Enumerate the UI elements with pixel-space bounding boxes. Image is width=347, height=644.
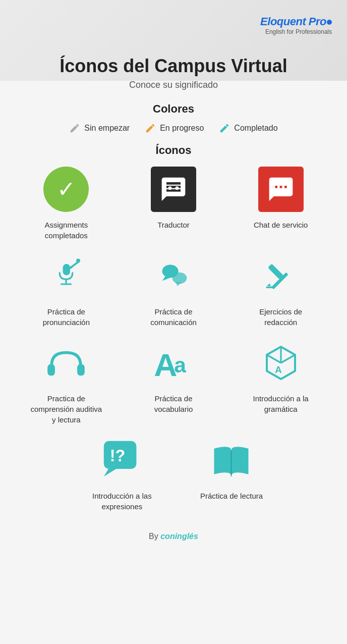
icons-grid: ✓ Assignments completados Traductor xyxy=(15,164,332,425)
svg-rect-5 xyxy=(63,264,70,275)
color-label-completed: Completado xyxy=(234,124,277,133)
assignments-icon-wrapper: ✓ xyxy=(41,164,91,214)
reading-label: Práctica de lectura xyxy=(200,491,263,501)
translator-icon-wrapper xyxy=(148,164,199,214)
dark-chat-icon xyxy=(151,167,196,212)
grammar-label: Introducción a la gramática xyxy=(243,393,319,414)
pronunciation-label: Práctica de pronunciación xyxy=(28,306,104,328)
svg-text:!?: !? xyxy=(110,447,125,465)
icon-item-expressions: !? Introducción a las expresiones xyxy=(84,435,160,512)
listening-icon-wrapper xyxy=(41,338,91,388)
chat-label: Chat de servicio xyxy=(254,220,308,230)
svg-marker-26 xyxy=(104,468,118,476)
icon-item-chat: Chat de servicio xyxy=(229,164,332,241)
colors-title: Colores xyxy=(15,102,332,116)
expressions-label: Introducción a las expresiones xyxy=(84,491,160,512)
svg-marker-11 xyxy=(176,282,182,286)
logo: Eloquent Pro English for Professionals xyxy=(260,15,332,35)
color-item-not-started: Sin empezar xyxy=(69,123,130,134)
svg-point-4 xyxy=(70,266,73,269)
color-item-in-progress: En progreso xyxy=(145,123,204,134)
color-label-in-progress: En progreso xyxy=(160,124,204,133)
reading-icon-wrapper xyxy=(206,435,257,486)
svg-point-1 xyxy=(175,186,179,190)
icon-item-reading: Práctica de lectura xyxy=(200,435,263,512)
footer-brand: coninglés xyxy=(160,532,198,541)
svg-text:A: A xyxy=(275,364,282,375)
main-title-section: Íconos del Campus Virtual Conoce su sign… xyxy=(15,56,332,90)
icons-bottom-row: !? Introducción a las expresiones Prácti… xyxy=(15,435,332,512)
svg-rect-13 xyxy=(267,263,283,280)
svg-point-3 xyxy=(76,259,80,263)
grammar-icon-wrapper: A xyxy=(256,338,306,388)
logo-subtitle: English for Professionals xyxy=(260,28,332,35)
communication-label: Práctica de comunicación xyxy=(136,306,211,328)
assignments-label: Assignments completados xyxy=(28,220,104,241)
chat-icon-wrapper xyxy=(256,164,306,214)
colors-row: Sin empezar En progreso Completado xyxy=(15,123,332,134)
icon-item-communication: Práctica de comunicación xyxy=(123,251,225,328)
writing-label: Ejercicios de redacción xyxy=(243,306,319,328)
icon-item-translator: Traductor xyxy=(123,164,225,241)
logo-title: Eloquent Pro xyxy=(260,15,332,28)
footer-by: By xyxy=(149,532,158,541)
svg-line-22 xyxy=(281,355,295,363)
svg-rect-17 xyxy=(77,364,85,375)
page-main-title: Íconos del Campus Virtual xyxy=(15,56,332,77)
icons-section-title: Íconos xyxy=(15,144,332,157)
svg-rect-16 xyxy=(48,364,55,375)
page-subtitle: Conoce su significado xyxy=(15,80,332,90)
pencil-orange-icon xyxy=(145,123,156,134)
footer: By coninglés xyxy=(15,527,332,541)
writing-icon-wrapper xyxy=(256,251,306,301)
vocabulary-label: Práctica de vocabulario xyxy=(136,393,211,414)
pronunciation-icon-wrapper xyxy=(41,251,91,301)
listening-label: Practica de comprensión auditiva y lectu… xyxy=(28,393,104,425)
pencil-gray-icon xyxy=(69,123,80,134)
svg-marker-14 xyxy=(267,283,271,286)
icon-item-listening: Practica de comprensión auditiva y lectu… xyxy=(15,338,118,425)
colors-section: Colores Sin empezar En progreso xyxy=(15,102,332,134)
pencil-teal-icon xyxy=(219,123,230,134)
icon-item-pronunciation: Práctica de pronunciación xyxy=(15,251,118,328)
color-item-completed: Completado xyxy=(219,123,277,134)
icon-item-assignments: ✓ Assignments completados xyxy=(15,164,118,241)
svg-text:a: a xyxy=(175,353,187,377)
logo-dot xyxy=(327,20,332,25)
translator-label: Traductor xyxy=(157,220,190,230)
header: Eloquent Pro English for Professionals xyxy=(15,0,332,40)
svg-line-23 xyxy=(267,355,281,363)
expressions-icon-wrapper: !? xyxy=(97,435,147,486)
red-chat-icon xyxy=(258,167,304,212)
green-check-icon: ✓ xyxy=(43,167,89,212)
vocabulary-icon-wrapper: A a xyxy=(148,338,199,388)
svg-point-10 xyxy=(172,273,187,284)
communication-icon-wrapper xyxy=(148,251,199,301)
svg-point-0 xyxy=(168,186,171,190)
icon-item-grammar: A Introducción a la gramática xyxy=(229,338,332,425)
icon-item-vocabulary: A a Práctica de vocabulario xyxy=(123,338,225,425)
color-label-not-started: Sin empezar xyxy=(84,124,130,133)
icon-item-writing: Ejercicios de redacción xyxy=(229,251,332,328)
svg-rect-15 xyxy=(266,287,273,288)
